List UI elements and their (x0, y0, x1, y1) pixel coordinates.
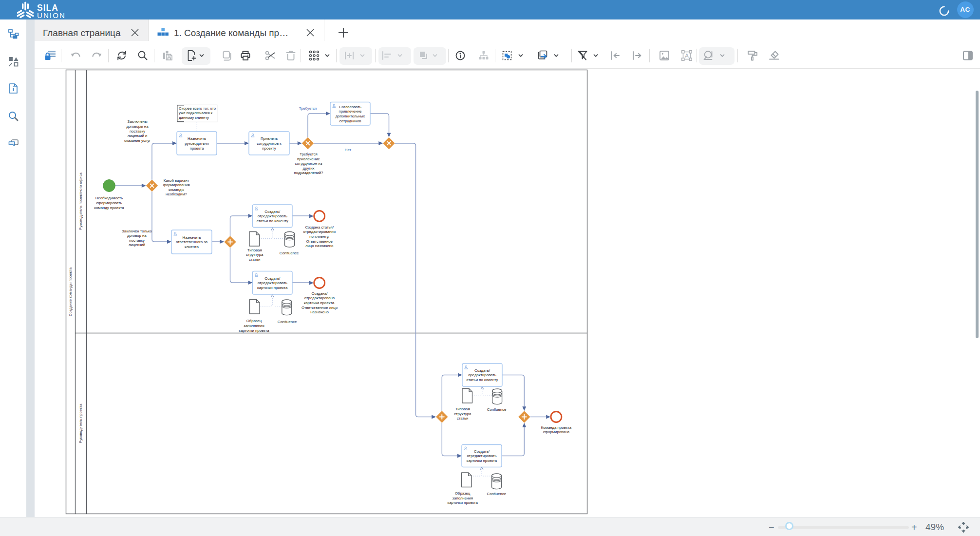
svg-text:Требуетсяпривлечениесотруднико: Требуетсяпривлечениесотрудником издругих… (294, 152, 323, 175)
svg-text:Confluence: Confluence (487, 407, 506, 412)
svg-text:Confluence: Confluence (280, 251, 299, 255)
svg-text:Типоваяструктурастатьи: Типоваяструктурастатьи (454, 407, 471, 421)
svg-text:Руководитель проектного офиса: Руководитель проектного офиса (78, 172, 83, 230)
svg-text:Согласоватьпривлечениедополнит: Согласоватьпривлечениедополнительныхсотр… (336, 105, 365, 123)
svg-text:Руководитель проекта: Руководитель проекта (78, 403, 83, 443)
svg-text:Создана/отредактированакарточк: Создана/отредактированакарточка проекта.… (302, 291, 338, 314)
svg-text:Необходимостьсформироватькоман: Необходимостьсформироватькоманду проекта (94, 196, 124, 210)
svg-text:Заключён толькодоговор напоста: Заключён толькодоговор напоставкулицензи… (122, 229, 152, 248)
svg-text:Создана статья/отредактировани: Создана статья/отредактированияпо клиент… (303, 225, 336, 248)
svg-text:Образецзаполнениякарточки прое: Образецзаполнениякарточки проекта (239, 319, 269, 332)
svg-text:Какой вариантформированиякоман: Какой вариантформированиякомандынеобходи… (163, 178, 190, 197)
svg-text:Создание команды проекта: Создание команды проекта (68, 267, 73, 316)
svg-text:Confluence: Confluence (278, 320, 297, 324)
svg-text:Заключеныдоговоры напоставкули: Заключеныдоговоры напоставкулицензий иок… (124, 119, 151, 142)
svg-text:Нет: Нет (345, 148, 352, 152)
svg-text:Команда проектасформирована: Команда проектасформирована (541, 425, 572, 435)
svg-text:Confluence: Confluence (487, 492, 506, 496)
svg-text:Требуется: Требуется (299, 106, 317, 111)
svg-text:Образецзаполнениякарточки прое: Образецзаполнениякарточки проекта (448, 491, 478, 505)
svg-text:Типоваяструктурастатьи: Типоваяструктурастатьи (246, 248, 264, 262)
